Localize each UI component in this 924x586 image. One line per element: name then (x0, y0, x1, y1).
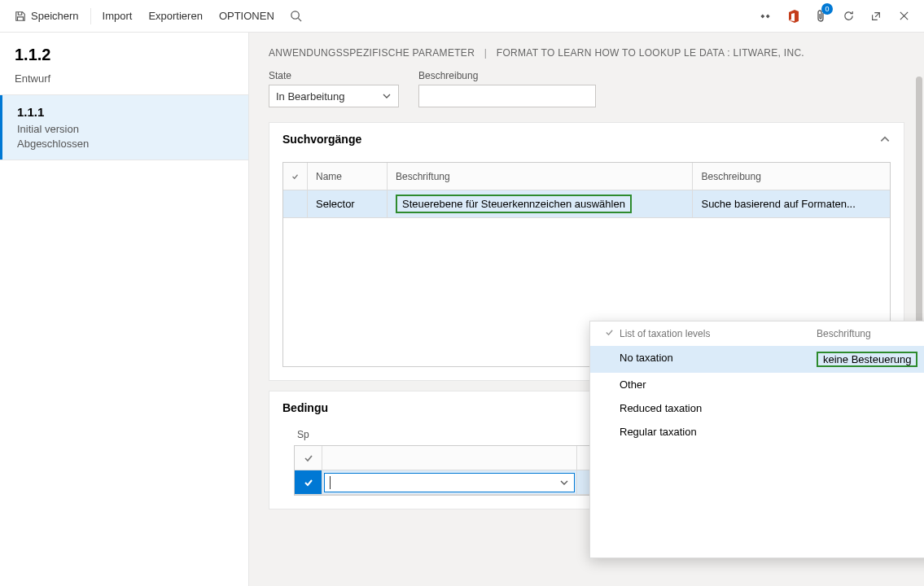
save-button[interactable]: Speichern (7, 0, 87, 33)
check-icon (304, 453, 313, 463)
check-icon (304, 478, 313, 488)
close-button[interactable] (890, 0, 917, 33)
dd-row-regular[interactable]: Regular taxation (590, 420, 924, 444)
chevron-down-icon (382, 91, 392, 101)
highlighted-label: Steuerebene für Steuerkennzeichen auswäh… (396, 195, 632, 213)
office-icon-button[interactable] (779, 0, 807, 33)
state-select[interactable]: In Bearbeitung (269, 85, 399, 107)
chevron-down-icon (559, 478, 569, 488)
col-beschriftung[interactable]: Beschriftung (388, 163, 693, 190)
dd-col-check (598, 328, 620, 339)
link-icon-button[interactable] (751, 0, 779, 33)
cond-lookup-cell[interactable] (322, 470, 577, 495)
check-icon (605, 328, 614, 337)
row-beschreibung: Suche basierend auf Formaten... (693, 190, 890, 218)
popout-icon (870, 11, 882, 22)
save-icon (15, 11, 26, 22)
state-label: State (269, 70, 399, 81)
dd-label: Regular taxation (620, 426, 817, 438)
chevron-up-icon (879, 133, 891, 145)
command-bar: Speichern Import Exportieren OPTIONEN 0 (0, 0, 924, 33)
row-select-cell[interactable] (283, 190, 308, 218)
version-list-pane: 1.1.2 Entwurf 1.1.1 Initial version Abge… (0, 33, 249, 586)
dd-row-other[interactable]: Other (590, 373, 924, 396)
crumb-root[interactable]: ANWENDUNGSSPEZIFISCHE PARAMETER (269, 47, 475, 59)
cond-col-a[interactable] (322, 446, 577, 470)
row-beschriftung: Steuerebene für Steuerkennzeichen auswäh… (388, 190, 693, 218)
svg-line-1 (299, 18, 302, 21)
separator (90, 8, 91, 24)
office-icon (787, 10, 799, 23)
col-select[interactable] (283, 163, 308, 190)
crumb-separator: | (478, 47, 493, 59)
dd-label: Reduced taxation (620, 402, 817, 414)
check-icon (291, 172, 299, 181)
lookups-panel-title: Suchvorgänge (282, 133, 361, 146)
dd-label: Other (620, 378, 817, 391)
state-field: State In Bearbeitung (269, 70, 399, 107)
col-beschreibung[interactable]: Beschreibung (693, 163, 890, 190)
description-label: Beschreibung (418, 70, 596, 81)
left-subtitle: Entwurf (0, 72, 248, 94)
row-name: Selector (308, 190, 388, 218)
search-icon (290, 10, 302, 22)
refresh-button[interactable] (834, 0, 862, 33)
refresh-icon (843, 10, 855, 22)
description-field: Beschreibung (418, 70, 596, 107)
description-input[interactable] (418, 85, 596, 107)
import-button[interactable]: Import (94, 0, 141, 33)
search-button[interactable] (282, 0, 310, 33)
link-icon (759, 11, 772, 21)
lookup-row[interactable]: Selector Steuerebene für Steuerkennzeich… (283, 190, 890, 218)
cond-col-select[interactable] (295, 446, 322, 470)
dd-row-no-taxation[interactable]: No taxation keine Besteuerung (590, 346, 924, 373)
options-button[interactable]: OPTIONEN (211, 0, 282, 33)
breadcrumb: ANWENDUNGSSPEZIFISCHE PARAMETER | FORMAT… (249, 33, 924, 65)
highlighted-label: keine Besteuerung (817, 352, 917, 367)
version-item-line2: Abgeschlossen (17, 137, 234, 151)
lookups-panel-header[interactable]: Suchvorgänge (269, 123, 904, 155)
dd-col-beschriftung[interactable]: Beschriftung (817, 328, 924, 339)
export-button[interactable]: Exportieren (140, 0, 210, 33)
cond-row-select[interactable] (295, 470, 322, 495)
left-header: 1.1.2 (0, 33, 248, 72)
close-icon (899, 11, 909, 21)
popout-button[interactable] (862, 0, 890, 33)
taxation-dropdown: List of taxation levels Beschriftung No … (589, 321, 924, 558)
col-name[interactable]: Name (308, 163, 388, 190)
version-item[interactable]: 1.1.1 Initial version Abgeschlossen (0, 95, 248, 160)
version-item-line1: Initial version (17, 122, 234, 137)
dd-beschriftung: keine Besteuerung (817, 352, 924, 367)
dd-row-reduced[interactable]: Reduced taxation (590, 396, 924, 420)
save-label: Speichern (31, 10, 79, 22)
attachments-badge: 0 (821, 3, 833, 15)
dd-col-levels[interactable]: List of taxation levels (620, 328, 817, 339)
content-pane: ANWENDUNGSSPEZIFISCHE PARAMETER | FORMAT… (249, 33, 924, 586)
conditions-panel-title: Bedingu (282, 401, 328, 414)
crumb-current: FORMAT TO LEARN HOW TO LOOKUP LE DATA : … (497, 47, 804, 59)
attachments-button[interactable]: 0 (807, 0, 834, 33)
dd-label: No taxation (620, 352, 817, 367)
version-item-title: 1.1.1 (17, 105, 234, 119)
state-value: In Bearbeitung (276, 90, 345, 103)
svg-point-0 (291, 11, 299, 19)
